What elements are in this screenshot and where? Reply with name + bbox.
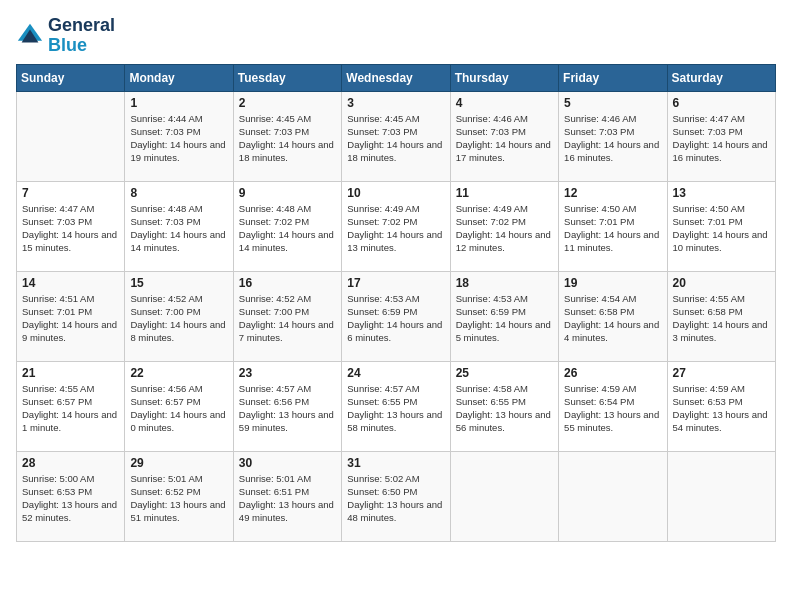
cell-info: Sunrise: 4:45 AMSunset: 7:03 PMDaylight:… [347, 112, 444, 165]
calendar-cell: 8Sunrise: 4:48 AMSunset: 7:03 PMDaylight… [125, 181, 233, 271]
calendar-cell: 6Sunrise: 4:47 AMSunset: 7:03 PMDaylight… [667, 91, 775, 181]
day-number: 26 [564, 366, 661, 380]
calendar-cell: 2Sunrise: 4:45 AMSunset: 7:03 PMDaylight… [233, 91, 341, 181]
cell-info: Sunrise: 4:50 AMSunset: 7:01 PMDaylight:… [564, 202, 661, 255]
header-row: SundayMondayTuesdayWednesdayThursdayFrid… [17, 64, 776, 91]
day-number: 7 [22, 186, 119, 200]
cell-info: Sunrise: 4:46 AMSunset: 7:03 PMDaylight:… [456, 112, 553, 165]
calendar-cell: 18Sunrise: 4:53 AMSunset: 6:59 PMDayligh… [450, 271, 558, 361]
calendar-cell: 15Sunrise: 4:52 AMSunset: 7:00 PMDayligh… [125, 271, 233, 361]
cell-info: Sunrise: 4:55 AMSunset: 6:58 PMDaylight:… [673, 292, 770, 345]
calendar-cell [667, 451, 775, 541]
logo-text-line2: Blue [48, 36, 115, 56]
header-cell-friday: Friday [559, 64, 667, 91]
header-cell-wednesday: Wednesday [342, 64, 450, 91]
calendar-cell: 24Sunrise: 4:57 AMSunset: 6:55 PMDayligh… [342, 361, 450, 451]
day-number: 13 [673, 186, 770, 200]
cell-info: Sunrise: 4:57 AMSunset: 6:55 PMDaylight:… [347, 382, 444, 435]
calendar-cell: 22Sunrise: 4:56 AMSunset: 6:57 PMDayligh… [125, 361, 233, 451]
day-number: 5 [564, 96, 661, 110]
day-number: 3 [347, 96, 444, 110]
day-number: 10 [347, 186, 444, 200]
day-number: 21 [22, 366, 119, 380]
logo: General Blue [16, 16, 115, 56]
day-number: 20 [673, 276, 770, 290]
day-number: 28 [22, 456, 119, 470]
cell-info: Sunrise: 4:53 AMSunset: 6:59 PMDaylight:… [347, 292, 444, 345]
logo-icon [16, 22, 44, 50]
cell-info: Sunrise: 4:48 AMSunset: 7:02 PMDaylight:… [239, 202, 336, 255]
day-number: 2 [239, 96, 336, 110]
week-row-4: 21Sunrise: 4:55 AMSunset: 6:57 PMDayligh… [17, 361, 776, 451]
day-number: 22 [130, 366, 227, 380]
calendar-cell: 9Sunrise: 4:48 AMSunset: 7:02 PMDaylight… [233, 181, 341, 271]
cell-info: Sunrise: 4:53 AMSunset: 6:59 PMDaylight:… [456, 292, 553, 345]
day-number: 27 [673, 366, 770, 380]
cell-info: Sunrise: 4:49 AMSunset: 7:02 PMDaylight:… [456, 202, 553, 255]
calendar-cell: 30Sunrise: 5:01 AMSunset: 6:51 PMDayligh… [233, 451, 341, 541]
calendar-cell [17, 91, 125, 181]
day-number: 31 [347, 456, 444, 470]
cell-info: Sunrise: 4:56 AMSunset: 6:57 PMDaylight:… [130, 382, 227, 435]
calendar-cell: 16Sunrise: 4:52 AMSunset: 7:00 PMDayligh… [233, 271, 341, 361]
day-number: 18 [456, 276, 553, 290]
day-number: 30 [239, 456, 336, 470]
cell-info: Sunrise: 4:52 AMSunset: 7:00 PMDaylight:… [130, 292, 227, 345]
day-number: 4 [456, 96, 553, 110]
calendar-cell: 26Sunrise: 4:59 AMSunset: 6:54 PMDayligh… [559, 361, 667, 451]
header-cell-thursday: Thursday [450, 64, 558, 91]
logo-text-line1: General [48, 16, 115, 36]
calendar-cell: 17Sunrise: 4:53 AMSunset: 6:59 PMDayligh… [342, 271, 450, 361]
day-number: 8 [130, 186, 227, 200]
cell-info: Sunrise: 5:00 AMSunset: 6:53 PMDaylight:… [22, 472, 119, 525]
cell-info: Sunrise: 4:52 AMSunset: 7:00 PMDaylight:… [239, 292, 336, 345]
header-cell-monday: Monday [125, 64, 233, 91]
day-number: 23 [239, 366, 336, 380]
day-number: 1 [130, 96, 227, 110]
calendar-cell: 14Sunrise: 4:51 AMSunset: 7:01 PMDayligh… [17, 271, 125, 361]
cell-info: Sunrise: 4:51 AMSunset: 7:01 PMDaylight:… [22, 292, 119, 345]
calendar-table: SundayMondayTuesdayWednesdayThursdayFrid… [16, 64, 776, 542]
calendar-cell: 31Sunrise: 5:02 AMSunset: 6:50 PMDayligh… [342, 451, 450, 541]
calendar-cell: 20Sunrise: 4:55 AMSunset: 6:58 PMDayligh… [667, 271, 775, 361]
day-number: 16 [239, 276, 336, 290]
cell-info: Sunrise: 4:54 AMSunset: 6:58 PMDaylight:… [564, 292, 661, 345]
calendar-cell: 3Sunrise: 4:45 AMSunset: 7:03 PMDaylight… [342, 91, 450, 181]
day-number: 25 [456, 366, 553, 380]
cell-info: Sunrise: 4:45 AMSunset: 7:03 PMDaylight:… [239, 112, 336, 165]
calendar-cell: 4Sunrise: 4:46 AMSunset: 7:03 PMDaylight… [450, 91, 558, 181]
day-number: 29 [130, 456, 227, 470]
cell-info: Sunrise: 4:44 AMSunset: 7:03 PMDaylight:… [130, 112, 227, 165]
day-number: 6 [673, 96, 770, 110]
header-cell-sunday: Sunday [17, 64, 125, 91]
cell-info: Sunrise: 5:02 AMSunset: 6:50 PMDaylight:… [347, 472, 444, 525]
cell-info: Sunrise: 4:50 AMSunset: 7:01 PMDaylight:… [673, 202, 770, 255]
day-number: 17 [347, 276, 444, 290]
cell-info: Sunrise: 4:59 AMSunset: 6:54 PMDaylight:… [564, 382, 661, 435]
week-row-1: 1Sunrise: 4:44 AMSunset: 7:03 PMDaylight… [17, 91, 776, 181]
day-number: 9 [239, 186, 336, 200]
page-header: General Blue [16, 16, 776, 56]
day-number: 14 [22, 276, 119, 290]
week-row-2: 7Sunrise: 4:47 AMSunset: 7:03 PMDaylight… [17, 181, 776, 271]
calendar-cell: 7Sunrise: 4:47 AMSunset: 7:03 PMDaylight… [17, 181, 125, 271]
week-row-5: 28Sunrise: 5:00 AMSunset: 6:53 PMDayligh… [17, 451, 776, 541]
header-cell-saturday: Saturday [667, 64, 775, 91]
calendar-cell: 1Sunrise: 4:44 AMSunset: 7:03 PMDaylight… [125, 91, 233, 181]
calendar-cell: 21Sunrise: 4:55 AMSunset: 6:57 PMDayligh… [17, 361, 125, 451]
cell-info: Sunrise: 4:58 AMSunset: 6:55 PMDaylight:… [456, 382, 553, 435]
calendar-cell: 10Sunrise: 4:49 AMSunset: 7:02 PMDayligh… [342, 181, 450, 271]
week-row-3: 14Sunrise: 4:51 AMSunset: 7:01 PMDayligh… [17, 271, 776, 361]
cell-info: Sunrise: 4:48 AMSunset: 7:03 PMDaylight:… [130, 202, 227, 255]
cell-info: Sunrise: 4:57 AMSunset: 6:56 PMDaylight:… [239, 382, 336, 435]
cell-info: Sunrise: 5:01 AMSunset: 6:52 PMDaylight:… [130, 472, 227, 525]
calendar-cell: 19Sunrise: 4:54 AMSunset: 6:58 PMDayligh… [559, 271, 667, 361]
cell-info: Sunrise: 4:59 AMSunset: 6:53 PMDaylight:… [673, 382, 770, 435]
calendar-cell: 29Sunrise: 5:01 AMSunset: 6:52 PMDayligh… [125, 451, 233, 541]
calendar-cell [450, 451, 558, 541]
day-number: 12 [564, 186, 661, 200]
cell-info: Sunrise: 4:47 AMSunset: 7:03 PMDaylight:… [673, 112, 770, 165]
calendar-cell: 5Sunrise: 4:46 AMSunset: 7:03 PMDaylight… [559, 91, 667, 181]
calendar-cell: 28Sunrise: 5:00 AMSunset: 6:53 PMDayligh… [17, 451, 125, 541]
calendar-cell [559, 451, 667, 541]
